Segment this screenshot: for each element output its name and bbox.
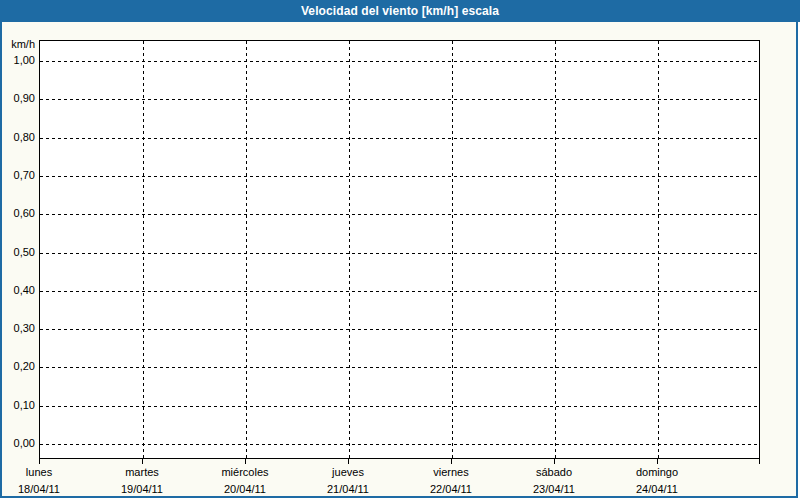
- h-gridline: [40, 138, 759, 139]
- h-gridline: [40, 444, 759, 445]
- x-axis-tick: [245, 459, 246, 464]
- chart-title: Velocidad del viento [km/h] escala: [301, 4, 499, 18]
- plot-area: [39, 40, 760, 459]
- h-gridline: [40, 367, 759, 368]
- x-axis-category-label: viernes22/04/11: [396, 465, 506, 496]
- h-gridline: [40, 214, 759, 215]
- v-gridline: [246, 41, 247, 458]
- h-gridline: [40, 99, 759, 100]
- x-axis-day-label: martes: [87, 465, 197, 479]
- x-axis-category-label: lunes18/04/11: [0, 465, 94, 496]
- y-axis-tick-label: 0,60: [0, 206, 35, 220]
- y-axis-tick-label: 0,50: [0, 245, 35, 259]
- x-axis-category-label: miércoles20/04/11: [190, 465, 300, 496]
- h-gridline: [40, 176, 759, 177]
- x-axis-category-label: jueves21/04/11: [293, 465, 403, 496]
- y-axis-tick-label: 0,00: [0, 436, 35, 450]
- v-gridline: [349, 41, 350, 458]
- x-axis-date-label: 18/04/11: [0, 482, 94, 496]
- x-axis-day-label: domingo: [602, 465, 712, 479]
- x-axis-tick: [759, 459, 760, 464]
- chart-window: Velocidad del viento [km/h] escala km/h …: [0, 0, 800, 500]
- h-gridline: [40, 291, 759, 292]
- x-axis-day-label: viernes: [396, 465, 506, 479]
- x-axis-date-label: 21/04/11: [293, 482, 403, 496]
- y-axis-tick-label: 0,30: [0, 321, 35, 335]
- h-gridline: [40, 253, 759, 254]
- y-axis-tick-label: 1,00: [0, 53, 35, 67]
- x-axis-tick: [451, 459, 452, 464]
- x-axis-tick: [554, 459, 555, 464]
- x-axis-date-label: 19/04/11: [87, 482, 197, 496]
- x-axis-category-label: martes19/04/11: [87, 465, 197, 496]
- h-gridline: [40, 61, 759, 62]
- h-gridline: [40, 329, 759, 330]
- y-axis-unit-label: km/h: [0, 37, 35, 51]
- x-axis-category-label: domingo24/04/11: [602, 465, 712, 496]
- x-axis-date-label: 24/04/11: [602, 482, 712, 496]
- y-axis-tick-label: 0,80: [0, 130, 35, 144]
- x-axis-date-label: 20/04/11: [190, 482, 300, 496]
- v-gridline: [658, 41, 659, 458]
- x-axis-tick: [657, 459, 658, 464]
- x-axis-date-label: 22/04/11: [396, 482, 506, 496]
- x-axis-day-label: lunes: [0, 465, 94, 479]
- x-axis-day-label: miércoles: [190, 465, 300, 479]
- y-axis-tick-label: 0,90: [0, 91, 35, 105]
- x-axis-day-label: jueves: [293, 465, 403, 479]
- y-axis-tick-label: 0,40: [0, 283, 35, 297]
- x-axis-tick: [348, 459, 349, 464]
- x-axis-category-label: sábado23/04/11: [499, 465, 609, 496]
- x-axis-date-label: 23/04/11: [499, 482, 609, 496]
- v-gridline: [143, 41, 144, 458]
- x-axis-tick: [142, 459, 143, 464]
- v-gridline: [452, 41, 453, 458]
- y-axis-tick-label: 0,70: [0, 168, 35, 182]
- x-axis-tick: [39, 459, 40, 464]
- chart-title-bar: Velocidad del viento [km/h] escala: [0, 0, 800, 22]
- h-gridline: [40, 406, 759, 407]
- y-axis-tick-label: 0,10: [0, 398, 35, 412]
- x-axis-day-label: sábado: [499, 465, 609, 479]
- y-axis-tick-label: 0,20: [0, 359, 35, 373]
- v-gridline: [555, 41, 556, 458]
